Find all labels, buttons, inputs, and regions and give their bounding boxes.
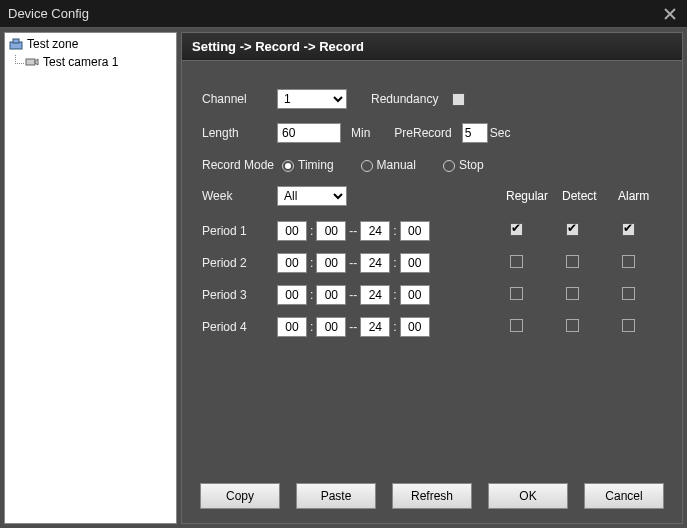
sec-label: Sec [490, 126, 511, 140]
tree-root-label: Test zone [27, 37, 78, 51]
period-row-4: Period 4 : -- : [202, 316, 662, 338]
length-label: Length [202, 126, 277, 140]
p4-h1[interactable] [277, 317, 307, 337]
copy-button[interactable]: Copy [200, 483, 280, 509]
detect-header: Detect [562, 189, 618, 203]
period3-label: Period 3 [202, 288, 277, 302]
p4-h2[interactable] [360, 317, 390, 337]
p4-m1[interactable] [316, 317, 346, 337]
tree-child-item[interactable]: Test camera 1 [25, 55, 172, 69]
p2-regular-chk[interactable] [510, 255, 523, 268]
p4-detect-chk[interactable] [566, 319, 579, 332]
prerecord-label: PreRecord [394, 126, 451, 140]
close-icon[interactable] [661, 5, 679, 23]
p1-regular-chk[interactable] [510, 223, 523, 236]
channel-label: Channel [202, 92, 277, 106]
channel-select[interactable]: 1 [277, 89, 347, 109]
period1-label: Period 1 [202, 224, 277, 238]
device-tree: Test zone Test camera 1 [4, 32, 177, 524]
tree-root-item[interactable]: Test zone [9, 37, 172, 51]
week-select[interactable]: All [277, 186, 347, 206]
period-row-3: Period 3 : -- : [202, 284, 662, 306]
period-row-2: Period 2 : -- : [202, 252, 662, 274]
p2-m2[interactable] [400, 253, 430, 273]
p2-detect-chk[interactable] [566, 255, 579, 268]
tree-child-label: Test camera 1 [43, 55, 118, 69]
cancel-button[interactable]: Cancel [584, 483, 664, 509]
period2-label: Period 2 [202, 256, 277, 270]
prerecord-input[interactable] [462, 123, 488, 143]
p3-m2[interactable] [400, 285, 430, 305]
p3-h2[interactable] [360, 285, 390, 305]
zone-icon [9, 38, 23, 50]
alarm-header: Alarm [618, 189, 662, 203]
p4-regular-chk[interactable] [510, 319, 523, 332]
svg-rect-4 [26, 59, 35, 65]
period4-label: Period 4 [202, 320, 277, 334]
p2-alarm-chk[interactable] [622, 255, 635, 268]
p2-m1[interactable] [316, 253, 346, 273]
mode-stop-radio[interactable] [443, 160, 455, 172]
svg-rect-3 [13, 39, 19, 43]
p1-alarm-chk[interactable] [622, 223, 635, 236]
period-row-1: Period 1 : -- : [202, 220, 662, 242]
mode-timing-label: Timing [298, 158, 334, 172]
p3-h1[interactable] [277, 285, 307, 305]
content-panel: Setting -> Record -> Record Channel 1 Re… [181, 32, 683, 524]
p3-regular-chk[interactable] [510, 287, 523, 300]
paste-button[interactable]: Paste [296, 483, 376, 509]
p3-m1[interactable] [316, 285, 346, 305]
breadcrumb: Setting -> Record -> Record [182, 33, 682, 61]
titlebar: Device Config [0, 0, 687, 28]
refresh-button[interactable]: Refresh [392, 483, 472, 509]
camera-icon [25, 56, 39, 68]
p4-alarm-chk[interactable] [622, 319, 635, 332]
p1-m1[interactable] [316, 221, 346, 241]
p3-alarm-chk[interactable] [622, 287, 635, 300]
regular-header: Regular [506, 189, 562, 203]
week-label: Week [202, 189, 277, 203]
window-title: Device Config [8, 6, 89, 21]
recordmode-label: Record Mode [202, 158, 277, 172]
min-label: Min [351, 126, 370, 140]
length-input[interactable] [277, 123, 341, 143]
p1-m2[interactable] [400, 221, 430, 241]
ok-button[interactable]: OK [488, 483, 568, 509]
p2-h1[interactable] [277, 253, 307, 273]
redundancy-checkbox[interactable] [452, 93, 465, 106]
mode-timing-radio[interactable] [282, 160, 294, 172]
mode-manual-label: Manual [377, 158, 416, 172]
mode-manual-radio[interactable] [361, 160, 373, 172]
mode-stop-label: Stop [459, 158, 484, 172]
p1-detect-chk[interactable] [566, 223, 579, 236]
p4-m2[interactable] [400, 317, 430, 337]
p1-h1[interactable] [277, 221, 307, 241]
redundancy-label: Redundancy [371, 92, 438, 106]
p3-detect-chk[interactable] [566, 287, 579, 300]
button-row: Copy Paste Refresh OK Cancel [182, 473, 682, 523]
p2-h2[interactable] [360, 253, 390, 273]
p1-h2[interactable] [360, 221, 390, 241]
